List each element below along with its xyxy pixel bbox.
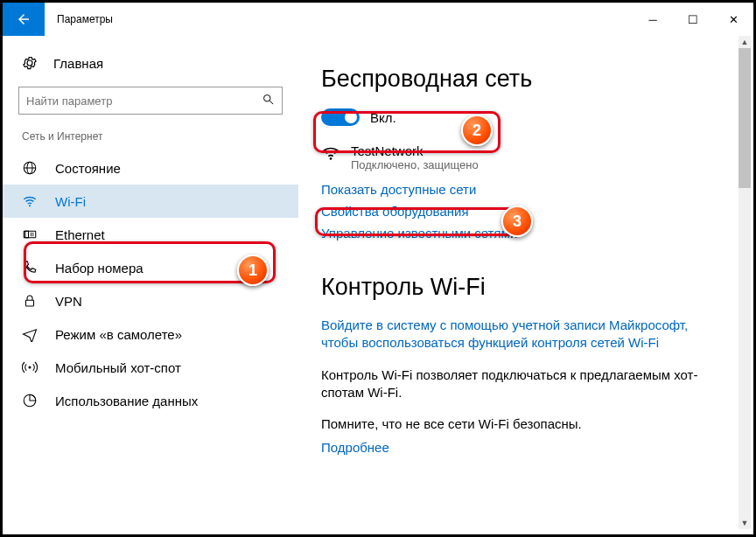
svg-point-13	[330, 157, 332, 160]
scroll-down-icon[interactable]: ▼	[738, 517, 751, 529]
scrollbar[interactable]: ▲ ▼	[738, 36, 751, 529]
back-button[interactable]	[3, 3, 45, 36]
home-nav[interactable]: Главная	[3, 48, 298, 78]
current-network[interactable]: TestNetwork Подключено, защищено	[321, 143, 732, 171]
sidebar: Главная Сеть и Интернет Состояние Wi-Fi	[3, 36, 298, 534]
airplane-icon	[22, 326, 39, 342]
hardware-props-link[interactable]: Свойства оборудования	[321, 204, 732, 219]
hotspot-icon	[22, 359, 39, 375]
scrollbar-thumb[interactable]	[738, 48, 751, 188]
vpn-icon	[22, 293, 39, 309]
sidebar-item-datausage[interactable]: Использование данных	[3, 384, 298, 417]
svg-point-5	[29, 205, 31, 206]
svg-point-11	[29, 366, 32, 369]
sidebar-item-status[interactable]: Состояние	[3, 151, 298, 185]
svg-rect-7	[25, 231, 29, 238]
maximize-button[interactable]: ☐	[673, 3, 713, 36]
search-icon	[262, 93, 275, 109]
sidebar-item-label: Состояние	[55, 161, 121, 176]
signin-link[interactable]: Войдите в систему с помощью учетной запи…	[321, 317, 706, 352]
sidebar-item-label: Wi-Fi	[55, 194, 86, 209]
home-label: Главная	[53, 56, 103, 71]
titlebar: Параметры ─ ☐ ✕	[3, 3, 753, 36]
svg-point-0	[264, 94, 271, 101]
window-title: Параметры	[45, 3, 633, 36]
arrow-left-icon	[16, 11, 32, 27]
sidebar-item-label: VPN	[55, 294, 82, 309]
wifi-toggle[interactable]	[321, 108, 360, 126]
close-button[interactable]: ✕	[713, 3, 753, 36]
sidebar-item-label: Набор номера	[55, 261, 144, 275]
sidebar-item-airplane[interactable]: Режим «в самолете»	[3, 317, 298, 351]
gear-icon	[22, 55, 38, 71]
ethernet-icon	[22, 227, 39, 242]
sidebar-item-label: Мобильный хот-спот	[55, 360, 181, 375]
svg-rect-10	[26, 300, 34, 306]
more-link[interactable]: Подробнее	[321, 440, 732, 455]
main-content: Беспроводная сеть Вкл. TestNetwork Подкл…	[298, 36, 753, 534]
wifi-icon	[22, 193, 39, 209]
sidebar-item-vpn[interactable]: VPN	[3, 284, 298, 317]
show-networks-link[interactable]: Показать доступные сети	[321, 182, 732, 197]
wifi-control-body2: Помните, что не все сети Wi-Fi безопасны…	[321, 415, 706, 433]
globe-icon	[22, 160, 39, 176]
sidebar-item-label: Режим «в самолете»	[55, 327, 182, 342]
svg-line-1	[270, 101, 273, 104]
wifi-control-body1: Контроль Wi-Fi позволяет подключаться к …	[321, 366, 706, 402]
network-status: Подключено, защищено	[351, 158, 479, 171]
manage-networks-link[interactable]: Управление известными сетями	[321, 226, 732, 241]
phone-icon	[22, 260, 39, 275]
category-header: Сеть и Интернет	[3, 127, 298, 151]
sidebar-item-wifi[interactable]: Wi-Fi	[3, 185, 298, 218]
minimize-button[interactable]: ─	[633, 3, 673, 36]
search-box[interactable]	[18, 87, 283, 115]
network-name: TestNetwork	[351, 143, 479, 158]
wifi-control-heading: Контроль Wi-Fi	[321, 274, 732, 301]
wifi-toggle-label: Вкл.	[370, 110, 396, 125]
sidebar-item-label: Использование данных	[55, 394, 198, 408]
wifi-connected-icon	[321, 143, 344, 163]
data-usage-icon	[22, 393, 39, 408]
sidebar-item-label: Ethernet	[55, 227, 105, 242]
sidebar-item-hotspot[interactable]: Мобильный хот-спот	[3, 351, 298, 384]
sidebar-item-ethernet[interactable]: Ethernet	[3, 218, 298, 251]
search-input[interactable]	[26, 94, 262, 108]
page-heading: Беспроводная сеть	[321, 66, 732, 93]
scroll-up-icon[interactable]: ▲	[738, 36, 751, 48]
sidebar-item-dialup[interactable]: Набор номера	[3, 251, 298, 284]
